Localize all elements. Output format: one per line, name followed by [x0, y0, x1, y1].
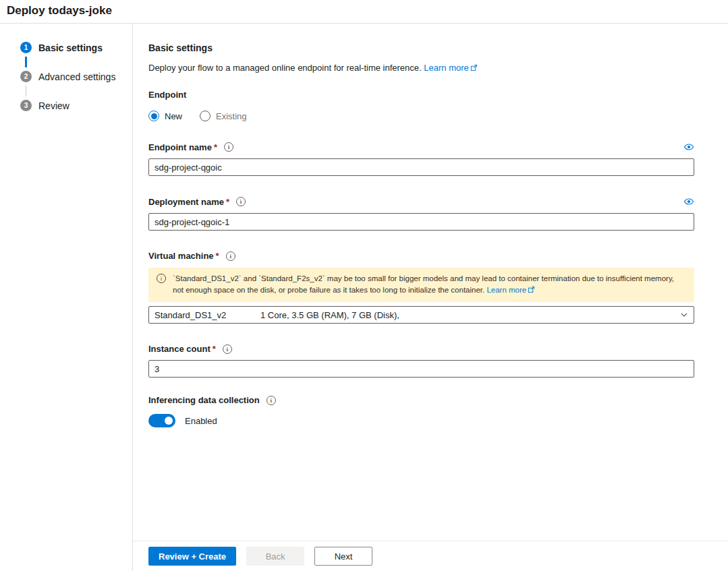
instance-count-label: Instance count: [148, 344, 211, 354]
vm-warning-body: `Standard_DS1_v2` and `Standard_F2s_v2` …: [173, 274, 674, 294]
vm-warning-learn-more-label: Learn more: [486, 286, 526, 294]
learn-more-link[interactable]: Learn more: [424, 63, 477, 73]
external-link-icon: [470, 63, 478, 73]
next-button[interactable]: Next: [314, 547, 372, 566]
endpoint-name-field: Endpoint name * i: [148, 142, 694, 176]
description-body: Deploy your flow to a managed online end…: [148, 63, 422, 73]
data-collection-field: Inferencing data collection i Enabled: [148, 395, 694, 427]
toggle-knob: [165, 417, 173, 425]
vm-size-specs: 1 Core, 3.5 GB (RAM), 7 GB (Disk),: [260, 310, 399, 320]
virtual-machine-label: Virtual machine: [148, 251, 214, 261]
required-mark: *: [226, 197, 229, 207]
step-number-badge: 2: [20, 71, 32, 82]
footer-bar: Review + Create Back Next: [133, 541, 728, 571]
required-mark: *: [213, 344, 216, 354]
info-icon[interactable]: i: [267, 396, 276, 405]
data-collection-label: Inferencing data collection: [148, 395, 260, 405]
deployment-name-field: Deployment name * i: [148, 196, 694, 231]
main-panel: Basic settings Deploy your flow to a man…: [133, 24, 728, 571]
content: 1 Basic settings 2 Advanced settings 3 R…: [0, 24, 728, 571]
external-link-icon: [528, 285, 535, 297]
back-button[interactable]: Back: [246, 547, 304, 566]
step-number-badge: 1: [20, 42, 32, 53]
virtual-machine-label-row: Virtual machine * i: [148, 251, 235, 261]
info-icon[interactable]: i: [223, 344, 232, 354]
step-connector: [26, 86, 26, 96]
page-title: Deploy todays-joke: [7, 4, 112, 18]
endpoint-group-label: Endpoint: [148, 90, 694, 100]
required-mark: *: [216, 251, 219, 261]
endpoint-name-label: Endpoint name: [148, 142, 212, 152]
chevron-down-icon: [680, 311, 688, 319]
vm-warning-learn-more-link[interactable]: Learn more: [486, 286, 535, 294]
eye-icon[interactable]: [683, 142, 694, 152]
radio-option-new[interactable]: New: [148, 111, 182, 121]
endpoint-name-label-row: Endpoint name * i: [148, 142, 233, 152]
data-collection-toggle[interactable]: [148, 414, 175, 427]
step-label: Advanced settings: [38, 71, 115, 82]
step-label: Review: [38, 100, 69, 111]
info-icon[interactable]: i: [226, 251, 235, 261]
instance-count-field: Instance count * i: [148, 344, 694, 378]
step-number-badge: 3: [20, 100, 32, 111]
wizard-sidebar: 1 Basic settings 2 Advanced settings 3 R…: [0, 24, 133, 571]
deployment-name-input[interactable]: [148, 213, 694, 231]
wizard-step-basic-settings[interactable]: 1 Basic settings: [20, 42, 132, 53]
radio-option-existing[interactable]: Existing: [200, 111, 247, 121]
wizard-step-advanced-settings[interactable]: 2 Advanced settings: [20, 71, 132, 82]
radio-unselected-icon[interactable]: [200, 111, 211, 121]
vm-warning-banner: i `Standard_DS1_v2` and `Standard_F2s_v2…: [148, 268, 694, 302]
step-label: Basic settings: [38, 42, 103, 53]
radio-label: New: [165, 111, 182, 121]
endpoint-radio-group: New Existing: [148, 111, 694, 121]
vm-size-dropdown[interactable]: Standard_DS1_v2 1 Core, 3.5 GB (RAM), 7 …: [148, 306, 694, 324]
toggle-state-label: Enabled: [185, 416, 217, 426]
eye-icon[interactable]: [683, 196, 694, 207]
vm-size-name: Standard_DS1_v2: [155, 310, 260, 320]
instance-count-input[interactable]: [148, 360, 694, 378]
data-collection-label-row: Inferencing data collection i: [148, 395, 276, 405]
learn-more-label: Learn more: [424, 63, 468, 73]
radio-label: Existing: [216, 111, 247, 121]
instance-count-label-row: Instance count * i: [148, 344, 232, 354]
required-mark: *: [214, 142, 217, 152]
virtual-machine-field: Virtual machine * i i `Standard_DS1_v2` …: [148, 251, 694, 324]
radio-selected-icon[interactable]: [148, 111, 159, 121]
info-icon[interactable]: i: [224, 142, 233, 152]
description-text: Deploy your flow to a managed online end…: [148, 63, 694, 73]
info-icon: i: [157, 274, 166, 283]
section-heading: Basic settings: [148, 42, 694, 53]
deployment-name-label-row: Deployment name * i: [148, 197, 246, 207]
deployment-name-label: Deployment name: [148, 197, 224, 207]
endpoint-name-input[interactable]: [148, 158, 694, 176]
wizard-step-review[interactable]: 3 Review: [20, 100, 132, 111]
info-icon[interactable]: i: [236, 197, 246, 206]
page-header: Deploy todays-joke: [0, 0, 728, 24]
review-create-button[interactable]: Review + Create: [148, 547, 236, 566]
vm-warning-text: `Standard_DS1_v2` and `Standard_F2s_v2` …: [173, 273, 686, 297]
step-connector: [25, 57, 27, 67]
